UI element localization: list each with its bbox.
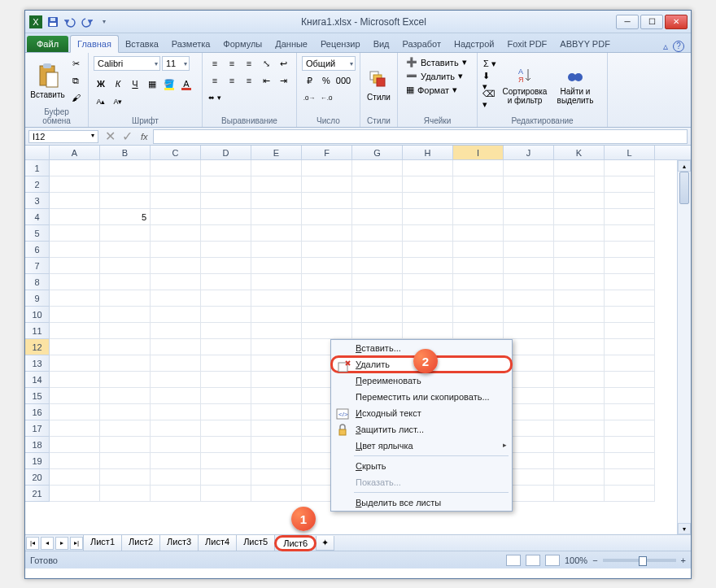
cm-source[interactable]: </> Исходный текст bbox=[331, 405, 512, 421]
cell[interactable] bbox=[50, 486, 100, 502]
cell[interactable] bbox=[151, 453, 201, 469]
sheet-tab[interactable]: Лист5 bbox=[236, 535, 275, 551]
cell[interactable] bbox=[251, 323, 302, 339]
cell[interactable] bbox=[605, 437, 655, 453]
zoom-level[interactable]: 100% bbox=[565, 555, 587, 565]
cell[interactable] bbox=[100, 437, 151, 453]
align-bottom-icon[interactable]: ≡ bbox=[242, 56, 256, 71]
cell[interactable] bbox=[151, 486, 201, 502]
cell[interactable] bbox=[302, 307, 352, 323]
cell[interactable] bbox=[453, 258, 504, 274]
cell[interactable] bbox=[605, 339, 655, 355]
cancel-icon[interactable]: ✕ bbox=[102, 128, 119, 144]
cell[interactable] bbox=[403, 290, 453, 307]
cell[interactable] bbox=[251, 290, 302, 307]
scroll-down-icon[interactable]: ▾ bbox=[678, 523, 691, 534]
cell[interactable] bbox=[605, 209, 655, 225]
cell[interactable] bbox=[151, 437, 201, 453]
align-middle-icon[interactable]: ≡ bbox=[225, 56, 239, 71]
maximize-button[interactable]: ☐ bbox=[640, 15, 663, 29]
cell[interactable] bbox=[50, 258, 100, 274]
align-top-icon[interactable]: ≡ bbox=[207, 56, 222, 71]
cell[interactable] bbox=[50, 290, 100, 307]
cell[interactable] bbox=[251, 242, 302, 258]
cell[interactable] bbox=[504, 307, 554, 323]
cell[interactable] bbox=[605, 258, 655, 274]
row-header[interactable]: 12 bbox=[25, 339, 50, 355]
column-header[interactable]: L bbox=[605, 146, 655, 159]
cell[interactable] bbox=[453, 225, 504, 242]
cell[interactable] bbox=[453, 323, 504, 339]
row-header[interactable]: 11 bbox=[25, 323, 50, 339]
cell[interactable] bbox=[554, 388, 605, 404]
cell[interactable] bbox=[201, 307, 251, 323]
cell[interactable] bbox=[352, 160, 403, 176]
cell[interactable] bbox=[504, 242, 554, 258]
cell[interactable] bbox=[453, 193, 504, 209]
cell[interactable] bbox=[504, 323, 554, 339]
column-header[interactable]: D bbox=[201, 146, 251, 159]
cell[interactable] bbox=[403, 258, 453, 274]
cell[interactable] bbox=[50, 160, 100, 176]
cell[interactable] bbox=[504, 258, 554, 274]
cell[interactable] bbox=[504, 193, 554, 209]
font-size-combo[interactable]: 11 bbox=[162, 56, 190, 71]
cell[interactable] bbox=[100, 388, 151, 404]
tab-developer[interactable]: Разработ bbox=[396, 36, 448, 52]
cell[interactable] bbox=[302, 225, 352, 242]
tab-home[interactable]: Главная bbox=[70, 35, 119, 53]
currency-icon[interactable]: ₽ bbox=[302, 73, 317, 88]
cell[interactable] bbox=[504, 290, 554, 307]
row-header[interactable]: 17 bbox=[25, 420, 50, 437]
column-header[interactable]: I bbox=[453, 146, 504, 159]
decrease-indent-icon[interactable]: ⇤ bbox=[259, 73, 273, 88]
column-header[interactable]: K bbox=[554, 146, 605, 159]
row-header[interactable]: 21 bbox=[25, 486, 50, 502]
cell[interactable] bbox=[554, 209, 605, 225]
cell[interactable] bbox=[201, 176, 251, 193]
cell[interactable] bbox=[50, 420, 100, 437]
tab-review[interactable]: Рецензир bbox=[314, 36, 367, 52]
cell[interactable] bbox=[201, 193, 251, 209]
cell[interactable] bbox=[151, 258, 201, 274]
cell[interactable] bbox=[554, 274, 605, 290]
cell[interactable] bbox=[302, 176, 352, 193]
row-header[interactable]: 6 bbox=[25, 242, 50, 258]
increase-decimal-icon[interactable]: .0→ bbox=[302, 90, 317, 105]
cell[interactable] bbox=[605, 242, 655, 258]
cell[interactable] bbox=[50, 437, 100, 453]
cell[interactable] bbox=[554, 307, 605, 323]
close-button[interactable]: ✕ bbox=[665, 15, 688, 29]
cell[interactable] bbox=[201, 437, 251, 453]
cell[interactable] bbox=[151, 372, 201, 388]
cell[interactable] bbox=[302, 242, 352, 258]
cell[interactable] bbox=[251, 453, 302, 469]
sort-filter-button[interactable]: АЯ Сортировка и фильтр bbox=[500, 56, 549, 115]
cell[interactable] bbox=[453, 242, 504, 258]
cell[interactable] bbox=[554, 469, 605, 486]
cell[interactable] bbox=[554, 290, 605, 307]
cell[interactable] bbox=[504, 225, 554, 242]
cell[interactable] bbox=[352, 176, 403, 193]
cell[interactable] bbox=[151, 274, 201, 290]
row-header[interactable]: 20 bbox=[25, 469, 50, 486]
cell[interactable] bbox=[201, 225, 251, 242]
cell[interactable] bbox=[605, 274, 655, 290]
format-cells-button[interactable]: ▦Формат ▾ bbox=[403, 84, 472, 96]
zoom-in-icon[interactable]: + bbox=[681, 555, 686, 565]
cell[interactable] bbox=[251, 176, 302, 193]
cell[interactable] bbox=[50, 176, 100, 193]
cell[interactable] bbox=[605, 323, 655, 339]
sheet-tab[interactable]: Лист1 bbox=[83, 535, 122, 551]
cell[interactable] bbox=[201, 372, 251, 388]
cell[interactable] bbox=[352, 323, 403, 339]
row-header[interactable]: 9 bbox=[25, 290, 50, 307]
row-header[interactable]: 19 bbox=[25, 453, 50, 469]
cell[interactable] bbox=[554, 486, 605, 502]
row-header[interactable]: 1 bbox=[25, 160, 50, 176]
sheet-tab[interactable]: Лист2 bbox=[121, 535, 160, 551]
cm-tab-color[interactable]: Цвет ярлычка bbox=[331, 438, 512, 454]
cell[interactable] bbox=[100, 486, 151, 502]
tab-insert[interactable]: Вставка bbox=[119, 36, 165, 52]
cell[interactable] bbox=[201, 209, 251, 225]
